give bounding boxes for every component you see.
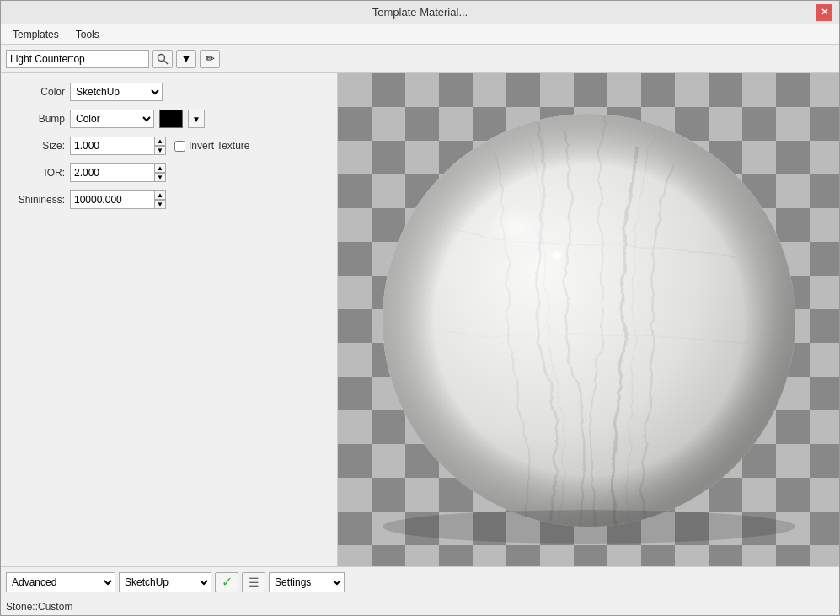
- ior-label: IOR:: [8, 167, 65, 179]
- shininess-row: Shininess: ▲ ▼: [8, 190, 330, 210]
- eyedropper-button[interactable]: ✏: [200, 50, 220, 68]
- color-label: Color: [8, 86, 65, 98]
- menu-templates[interactable]: Templates: [4, 27, 67, 42]
- color-select[interactable]: SketchUp Custom None: [70, 83, 163, 101]
- ior-row: IOR: ▲ ▼: [8, 163, 330, 183]
- shininess-increment-button[interactable]: ▲: [154, 190, 166, 200]
- svg-point-5: [383, 114, 795, 527]
- size-spinner: ▲ ▼: [154, 137, 166, 155]
- ior-decrement-button[interactable]: ▼: [154, 173, 166, 182]
- accept-button[interactable]: ✓: [215, 572, 238, 592]
- sphere-preview: [370, 80, 808, 560]
- eyedropper-icon: ✏: [206, 52, 215, 65]
- ior-increment-button[interactable]: ▲: [154, 163, 166, 173]
- shininess-input[interactable]: [70, 190, 154, 209]
- size-input-container: ▲ ▼: [70, 137, 166, 155]
- bump-label: Bump: [8, 113, 65, 125]
- shininess-input-container: ▲ ▼: [70, 190, 166, 209]
- svg-point-0: [158, 54, 165, 61]
- search-input[interactable]: [6, 50, 149, 68]
- close-button[interactable]: ✕: [816, 4, 832, 21]
- size-increment-button[interactable]: ▲: [154, 137, 166, 146]
- shininess-spinner: ▲ ▼: [154, 190, 166, 209]
- bump-type-select[interactable]: Color Texture None: [70, 110, 154, 128]
- menu-bar: Templates Tools: [1, 24, 839, 45]
- svg-point-8: [383, 510, 795, 544]
- window-title: Template Material...: [24, 6, 816, 19]
- invert-texture-checkbox[interactable]: [174, 141, 185, 152]
- shininess-decrement-button[interactable]: ▼: [154, 200, 166, 209]
- dropdown-arrow-button[interactable]: ▼: [176, 50, 196, 68]
- shininess-label: Shininess:: [8, 194, 65, 206]
- preview-area: [338, 73, 839, 566]
- checkmark-icon: ✓: [222, 574, 233, 590]
- invert-texture-label[interactable]: Invert Texture: [174, 140, 249, 152]
- size-row: Size: ▲ ▼ Invert Texture: [8, 136, 330, 156]
- settings-select[interactable]: Settings Options: [269, 572, 345, 592]
- invert-texture-text: Invert Texture: [189, 140, 249, 152]
- bump-color-arrow[interactable]: ▼: [188, 110, 205, 128]
- bump-color-swatch[interactable]: [159, 110, 183, 128]
- bump-row: Bump Color Texture None ▼: [8, 109, 330, 129]
- svg-point-7: [553, 251, 561, 260]
- svg-point-6: [475, 198, 593, 291]
- main-window: Template Material... ✕ Templates Tools ▼…: [0, 0, 840, 616]
- color-row: Color SketchUp Custom None: [8, 82, 330, 102]
- bottom-bar: Advanced Basic SketchUp V-Ray Enscape ✓ …: [1, 566, 839, 597]
- status-bar: Stone::Custom: [1, 597, 839, 615]
- content-area: Color SketchUp Custom None Bump Color Te…: [1, 73, 839, 566]
- advanced-select[interactable]: Advanced Basic: [6, 572, 115, 592]
- svg-line-1: [164, 60, 169, 64]
- search-icon: [157, 53, 169, 65]
- size-decrement-button[interactable]: ▼: [154, 146, 166, 155]
- status-text: Stone::Custom: [6, 601, 72, 613]
- size-label: Size:: [8, 140, 65, 152]
- ior-spinner: ▲ ▼: [154, 163, 166, 182]
- renderer-select[interactable]: SketchUp V-Ray Enscape: [119, 572, 211, 592]
- ior-input-container: ▲ ▼: [70, 163, 166, 182]
- page-icon: ☰: [249, 576, 259, 589]
- page-button[interactable]: ☰: [242, 572, 265, 592]
- chevron-down-icon: ▼: [181, 52, 192, 65]
- title-bar: Template Material... ✕: [1, 1, 839, 24]
- search-button[interactable]: [152, 50, 173, 68]
- left-panel: Color SketchUp Custom None Bump Color Te…: [1, 73, 338, 566]
- ior-input[interactable]: [70, 163, 154, 182]
- size-input[interactable]: [70, 137, 154, 155]
- menu-tools[interactable]: Tools: [67, 27, 108, 42]
- search-toolbar: ▼ ✏: [1, 45, 839, 73]
